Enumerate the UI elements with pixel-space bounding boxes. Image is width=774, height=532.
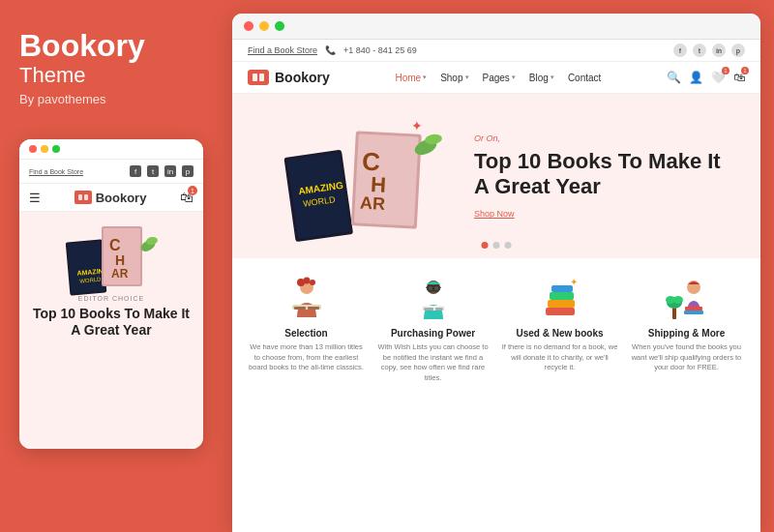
shipping-title: Shipping & More (648, 328, 725, 339)
cart-icon[interactable]: 🛍 1 (733, 71, 745, 84)
mobile-mockup: Find a Book Store f t in p ☰ Bookory (19, 139, 203, 449)
feature-used-new-books: ✦ Used & New books If there is no demand… (501, 274, 618, 383)
selection-icon (283, 274, 331, 322)
nav-home[interactable]: Home ▾ (395, 73, 427, 83)
hero-cta-link[interactable]: Shop Now (474, 209, 731, 219)
svg-rect-43 (424, 308, 433, 310)
browser-minimize-dot[interactable] (259, 21, 269, 31)
hero-dot-2[interactable] (493, 242, 500, 249)
purchasing-power-icon (409, 274, 458, 322)
svg-text:C: C (109, 237, 121, 253)
brand-by: By pavothemes (19, 92, 203, 106)
browser-maximize-dot[interactable] (275, 21, 284, 31)
site-features: Selection We have more than 13 million t… (232, 258, 760, 395)
svg-rect-1 (78, 194, 82, 200)
shop-dropdown-icon: ▾ (465, 74, 469, 81)
used-new-books-desc: If there is no demand for a book, we wil… (501, 342, 618, 373)
purchasing-power-title: Purchasing Power (391, 328, 475, 339)
hero-books-area: AMAZING WORLD C H AR ✦ (261, 113, 455, 239)
svg-rect-47 (550, 292, 574, 300)
cart-badge: 1 (741, 67, 749, 74)
pages-dropdown-icon: ▾ (512, 74, 516, 81)
twitter-icon[interactable]: t (693, 44, 706, 57)
browser-content: Find a Book Store 📞 +1 840 - 841 25 69 f… (232, 40, 760, 532)
nav-blog[interactable]: Blog ▾ (529, 73, 554, 83)
mobile-logo-icon (74, 191, 92, 204)
svg-point-54 (673, 296, 683, 304)
mobile-topbar (19, 139, 203, 160)
site-logo: Bookory (248, 70, 330, 85)
site-topbar-left: Find a Book Store 📞 +1 840 - 841 25 69 (248, 45, 417, 55)
svg-text:✦: ✦ (570, 277, 578, 287)
mobile-logo-text: Bookory (96, 191, 147, 205)
search-icon[interactable]: 🔍 (667, 71, 681, 84)
mobile-hero-title: Top 10 Books To Make It A Great Year (29, 306, 194, 339)
brand-title: Bookory (19, 29, 203, 63)
mobile-dot-yellow (41, 145, 48, 153)
site-navbar: Bookory Home ▾ Shop ▾ Pages ▾ Blog ▾ (232, 62, 760, 94)
mobile-nav: Find a Book Store f t in p (19, 160, 203, 184)
mobile-facebook-icon: f (130, 165, 141, 177)
mobile-hamburger-icon[interactable]: ☰ (29, 191, 41, 205)
mobile-link[interactable]: Find a Book Store (29, 168, 83, 175)
facebook-icon[interactable]: f (673, 44, 687, 57)
svg-text:AR: AR (360, 193, 386, 214)
site-topbar: Find a Book Store 📞 +1 840 - 841 25 69 f… (232, 40, 760, 62)
mobile-twitter-icon: t (147, 165, 159, 177)
svg-text:✦: ✦ (411, 118, 423, 133)
mobile-cart-badge: 1 (188, 186, 197, 195)
nav-shop[interactable]: Shop ▾ (440, 73, 468, 83)
site-topbar-right: f t in p (673, 44, 745, 57)
mobile-instagram-icon: in (164, 165, 176, 177)
mobile-logo: Bookory (74, 191, 147, 205)
nav-contact[interactable]: Contact (568, 73, 601, 83)
purchasing-power-desc: With Wish Lists you can choose to be not… (374, 342, 491, 383)
mobile-dot-green (52, 145, 60, 153)
selection-desc: We have more than 13 million titles to c… (248, 342, 365, 373)
svg-rect-45 (546, 308, 575, 315)
wishlist-icon[interactable]: 🤍 1 (711, 71, 726, 84)
mobile-dot-red (29, 145, 37, 153)
browser-close-dot[interactable] (244, 21, 253, 31)
site-phone: +1 840 - 841 25 69 (343, 45, 417, 55)
svg-text:AR: AR (111, 267, 129, 281)
svg-rect-44 (435, 308, 443, 310)
svg-rect-55 (684, 310, 703, 314)
phone-icon: 📞 (325, 45, 336, 55)
hero-decorative-label: Or On, (474, 133, 731, 143)
hero-text: Or On, Top 10 Books To Make It A Great Y… (455, 133, 731, 220)
pinterest-icon[interactable]: p (731, 44, 745, 57)
selection-title: Selection (284, 328, 327, 339)
nav-pages[interactable]: Pages ▾ (483, 73, 516, 83)
wishlist-badge: 1 (722, 67, 729, 74)
svg-rect-56 (685, 307, 702, 310)
shipping-desc: When you've found the books you want we'… (628, 342, 745, 373)
browser-window: Find a Book Store 📞 +1 840 - 841 25 69 f… (232, 14, 760, 532)
home-dropdown-icon: ▾ (423, 74, 427, 81)
feature-purchasing-power: Purchasing Power With Wish Lists you can… (374, 274, 491, 383)
mobile-hero-books: AMAZING WORLD C H AR (63, 222, 160, 289)
site-nav-icons: 🔍 👤 🤍 1 🛍 1 (667, 71, 745, 84)
used-new-books-icon: ✦ (536, 274, 584, 322)
site-hero: AMAZING WORLD C H AR ✦ (232, 94, 760, 258)
svg-point-35 (310, 280, 315, 285)
svg-rect-18 (287, 153, 350, 239)
site-topbar-link[interactable]: Find a Book Store (248, 45, 317, 55)
site-logo-text: Bookory (275, 70, 330, 85)
mobile-pinterest-icon: p (182, 165, 194, 177)
svg-rect-32 (308, 307, 319, 310)
hero-dot-1[interactable] (482, 242, 489, 249)
browser-chrome (232, 14, 760, 40)
site-nav-links: Home ▾ Shop ▾ Pages ▾ Blog ▾ Contact (395, 73, 601, 83)
hero-dot-3[interactable] (505, 242, 512, 249)
mobile-cart-icon[interactable]: 🛍 1 (180, 190, 194, 205)
svg-rect-16 (259, 74, 264, 81)
instagram-icon[interactable]: in (712, 44, 726, 57)
feature-selection: Selection We have more than 13 million t… (248, 274, 365, 383)
hero-title: Top 10 Books To Make It A Great Year (474, 149, 731, 200)
svg-rect-31 (294, 307, 306, 310)
svg-rect-51 (672, 308, 676, 319)
used-new-books-title: Used & New books (516, 328, 603, 339)
svg-text:H: H (115, 252, 125, 268)
user-icon[interactable]: 👤 (689, 71, 703, 84)
